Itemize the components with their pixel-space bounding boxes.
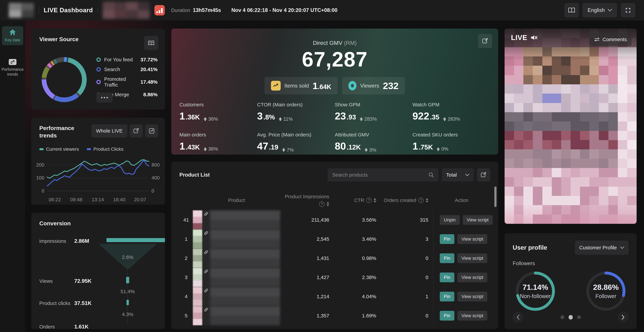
sort-icon[interactable] xyxy=(426,198,428,203)
link-icon[interactable] xyxy=(204,288,208,293)
live-dashboard-app: LIVE Dashboard Duration 13h57m45s Nov 4 … xyxy=(0,0,644,332)
edit-chart-button[interactable] xyxy=(130,124,143,138)
link-icon[interactable] xyxy=(204,308,208,312)
chevron-down-icon xyxy=(465,174,469,176)
language-label: English xyxy=(588,7,605,13)
panel-title: User profile xyxy=(513,244,547,251)
product-thumbnail xyxy=(193,287,202,306)
pin-button[interactable]: Unpin xyxy=(440,215,460,225)
pin-button[interactable]: Pin xyxy=(440,253,454,263)
legend-item: Search20.41% xyxy=(96,66,158,72)
ctr-value: 0.98% xyxy=(334,256,381,261)
swap-icon xyxy=(594,37,600,42)
carousel-next-button[interactable] xyxy=(618,312,628,322)
view-script-button[interactable]: View script xyxy=(458,272,487,282)
profile-type-dropdown[interactable]: Customer Profile xyxy=(575,240,628,255)
help-icon[interactable]: ? xyxy=(418,198,424,203)
open-trends-button[interactable] xyxy=(145,124,158,138)
carousel-dot[interactable] xyxy=(560,315,564,319)
follower-ring-chart: 28.86%Follower xyxy=(584,270,628,313)
viewers-icon xyxy=(348,81,356,90)
orders-value: 1 xyxy=(381,294,433,300)
view-script-button[interactable]: View script xyxy=(458,292,487,302)
help-icon[interactable]: ? xyxy=(319,202,324,207)
performance-trends-chart: 2001000800400006:2209:4813:1416:4020:07 xyxy=(31,150,165,205)
conversion-rate: 2.6% xyxy=(122,254,133,260)
trend-icon xyxy=(271,81,281,90)
scrollbar-thumb[interactable] xyxy=(494,186,496,207)
profile-carousel xyxy=(513,312,628,322)
product-rank: 2 xyxy=(180,256,193,261)
table-row: 41 211,436 3.56% 315 Unpin View script xyxy=(180,210,490,230)
viewers-badge: Viewers 232 xyxy=(342,77,405,94)
product-rank: 5 xyxy=(180,313,193,318)
pin-button[interactable]: Pin xyxy=(440,234,454,244)
trend-icon xyxy=(9,59,16,65)
muted-speaker-icon[interactable] xyxy=(530,34,538,41)
pin-button[interactable]: Pin xyxy=(440,272,454,282)
sidebar-item-performance-trends[interactable]: Performance trends xyxy=(2,56,23,80)
view-script-button[interactable]: View script xyxy=(458,311,487,320)
scope-filter-dropdown[interactable]: Total xyxy=(442,168,474,182)
performance-trends-panel: Performance trends Whole LIVE xyxy=(31,118,165,205)
scope-selector-button[interactable]: Whole LIVE xyxy=(92,124,127,138)
view-script-button[interactable]: View script xyxy=(458,253,487,263)
sidebar-item-key-data[interactable]: Key data xyxy=(2,26,23,45)
gmv-metric: Main orders 1.43K 36% xyxy=(180,132,257,153)
carousel-dot[interactable] xyxy=(568,315,573,320)
fullscreen-button[interactable] xyxy=(621,3,635,18)
conversion-rate: 51.4% xyxy=(120,289,135,294)
carousel-prev-button[interactable] xyxy=(513,312,524,322)
column-header[interactable]: Orders created? xyxy=(381,198,433,203)
link-icon[interactable] xyxy=(204,231,208,235)
chart-line-icon xyxy=(149,128,155,134)
edit-list-button[interactable] xyxy=(477,168,490,182)
sort-icon[interactable] xyxy=(374,198,376,203)
orders-value: 0 xyxy=(381,313,433,318)
guide-button[interactable] xyxy=(564,3,579,18)
search-icon[interactable] xyxy=(428,172,434,178)
search-input[interactable] xyxy=(332,172,426,178)
comments-toggle-button[interactable]: Comments xyxy=(590,33,632,46)
language-selector[interactable]: English xyxy=(582,3,617,18)
view-script-button[interactable]: View script xyxy=(458,234,487,244)
carousel-dot[interactable] xyxy=(577,315,581,319)
viewer-source-more-button[interactable] xyxy=(96,93,112,102)
link-icon[interactable] xyxy=(204,212,208,216)
table-row: 2 1,431 0.98% 0 Pin View script xyxy=(180,249,490,268)
pin-button[interactable]: Pin xyxy=(440,292,454,302)
help-icon[interactable]: ? xyxy=(366,198,372,203)
down-arrow-icon xyxy=(364,148,368,152)
product-cell xyxy=(193,210,280,230)
column-header[interactable]: CTR? xyxy=(334,198,381,203)
gmv-metric: CTOR (Main orders) 3.8% 11% xyxy=(257,102,335,123)
svg-text:20:07: 20:07 xyxy=(134,197,146,202)
orders-value: 0 xyxy=(381,256,433,261)
gmv-metric: Created SKU orders 1.75K 0% xyxy=(412,132,490,153)
product-cell xyxy=(193,287,280,306)
expand-icon xyxy=(625,7,632,14)
link-icon[interactable] xyxy=(204,250,208,254)
panel-title: Product List xyxy=(180,172,328,178)
down-arrow-icon xyxy=(282,148,286,152)
pin-button[interactable]: Pin xyxy=(440,311,454,320)
live-label: LIVE xyxy=(511,34,527,42)
impressions-value: 211,436 xyxy=(280,217,334,223)
link-icon[interactable] xyxy=(204,269,208,274)
video-bottom-gradient xyxy=(504,204,636,224)
ctr-value: 3.56% xyxy=(334,217,381,223)
sort-icon[interactable] xyxy=(326,202,329,206)
svg-text:100: 100 xyxy=(36,175,44,180)
edit-icon xyxy=(133,128,139,134)
table-header: ProductProduct Impressions?CTR?Orders cr… xyxy=(180,190,490,210)
product-rank: 41 xyxy=(180,217,193,223)
view-script-button[interactable]: View script xyxy=(463,215,493,225)
viewer-source-panel: Viewer Source For You feed37.72% Search2… xyxy=(31,28,165,110)
viewer-source-report-button[interactable] xyxy=(144,36,158,50)
legend-swatch xyxy=(96,67,101,72)
product-thumbnail xyxy=(193,230,202,249)
up-arrow-icon xyxy=(204,117,207,121)
column-header[interactable]: Product Impressions? xyxy=(280,194,334,207)
carousel-dots xyxy=(524,315,618,320)
impressions-value: 2,545 xyxy=(280,236,334,242)
